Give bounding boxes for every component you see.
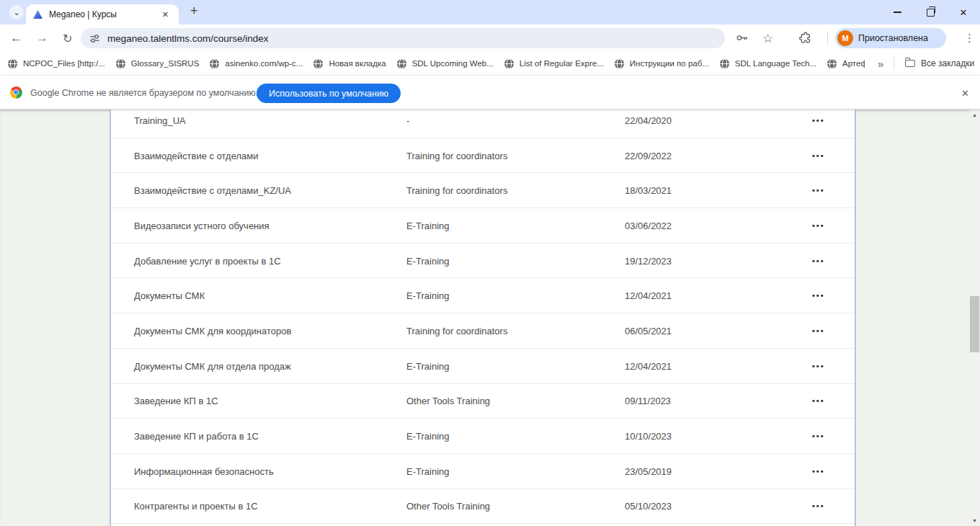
- bookmark-item[interactable]: Артефакт :: дизайн...: [827, 58, 865, 69]
- bookmark-label: asinenko.com/wp-c...: [225, 59, 303, 68]
- course-name[interactable]: Видеозаписи устного обучения: [134, 220, 270, 231]
- globe-icon: [614, 58, 625, 69]
- course-date: 23/05/2019: [625, 465, 672, 476]
- table-row: Документы СМК для координаторовTraining …: [111, 313, 855, 349]
- forward-button[interactable]: →: [36, 24, 48, 52]
- globe-icon: [115, 58, 126, 69]
- back-button[interactable]: ←: [10, 24, 22, 52]
- course-name[interactable]: Training_UA: [134, 115, 186, 125]
- row-menu-button[interactable]: •••: [812, 186, 825, 195]
- course-name[interactable]: Заведение КП и работа в 1С: [134, 431, 259, 442]
- infobar-close-icon[interactable]: ✕: [956, 76, 975, 110]
- table-row: Заведение КП в 1СOther Tools Training09/…: [111, 384, 855, 419]
- bookmark-star-icon[interactable]: ☆: [758, 24, 778, 52]
- bookmark-label: SDL Language Tech...: [735, 59, 816, 68]
- avatar: M: [837, 30, 853, 46]
- row-menu-button[interactable]: •••: [812, 396, 825, 405]
- course-date: 12/04/2021: [625, 290, 672, 301]
- globe-icon: [827, 58, 837, 69]
- course-name[interactable]: Контрагенты и проекты в 1С: [134, 501, 258, 512]
- bookmarks-bar: NCPOC_Files [http:/...Glossary_SISRUSasi…: [0, 52, 980, 75]
- url-text[interactable]: meganeo.talentlms.com/course/index: [107, 33, 269, 44]
- bookmark-item[interactable]: NCPOC_Files [http:/...: [7, 58, 105, 69]
- row-menu-button[interactable]: •••: [812, 151, 825, 160]
- chrome-menu-icon[interactable]: ⋮: [960, 24, 979, 52]
- bookmark-item[interactable]: Новая вкладка: [313, 58, 386, 69]
- bookmark-item[interactable]: Glossary_SISRUS: [115, 58, 200, 69]
- course-name[interactable]: Документы СМК для координаторов: [134, 325, 291, 336]
- bookmark-item[interactable]: asinenko.com/wp-c...: [209, 58, 303, 69]
- row-menu-button[interactable]: •••: [812, 362, 825, 370]
- bookmarks-overflow-icon[interactable]: »: [873, 52, 888, 75]
- window-controls: ✕: [881, 0, 980, 24]
- bookmark-label: Артефакт :: дизайн...: [842, 59, 865, 68]
- course-name[interactable]: Документы СМК: [134, 290, 205, 301]
- course-category: -: [406, 115, 409, 125]
- course-name[interactable]: Взаимодействие с отделами: [134, 150, 259, 161]
- globe-icon: [396, 58, 407, 69]
- row-menu-button[interactable]: •••: [812, 502, 825, 510]
- bookmark-label: Инструкции по раб...: [630, 59, 709, 68]
- bookmark-item[interactable]: List of Regular Expre...: [504, 58, 604, 69]
- course-date: 03/06/2022: [625, 220, 672, 231]
- bookmark-item[interactable]: SDL Upcoming Web...: [396, 58, 494, 69]
- site-settings-icon[interactable]: [89, 33, 100, 44]
- minimize-button[interactable]: [881, 0, 914, 24]
- bookmark-item[interactable]: Инструкции по раб...: [614, 58, 709, 69]
- row-menu-button[interactable]: •••: [812, 432, 825, 440]
- course-name[interactable]: Информационная безопасность: [134, 465, 274, 476]
- bookmark-label: NCPOC_Files [http:/...: [23, 59, 105, 68]
- course-category: Training for coordinators: [406, 185, 507, 196]
- all-bookmarks-button[interactable]: Все закладки: [905, 52, 974, 75]
- course-date: 22/09/2022: [625, 150, 672, 161]
- course-date: 05/10/2023: [625, 501, 672, 512]
- new-tab-button[interactable]: +: [186, 4, 202, 19]
- toolbar-divider: [827, 32, 828, 45]
- page-content: Training_UA-22/04/2020•••Взаимодействие …: [0, 110, 980, 526]
- row-menu-button[interactable]: •••: [812, 467, 825, 476]
- course-date: 09/11/2023: [625, 396, 671, 406]
- scroll-up-icon[interactable]: ▲: [969, 112, 980, 117]
- close-button[interactable]: ✕: [947, 0, 980, 24]
- course-date: 12/04/2021: [625, 360, 672, 371]
- scrollbar[interactable]: ▲ ▼: [969, 110, 980, 526]
- bookmark-label: Новая вкладка: [329, 59, 386, 68]
- browser-tab[interactable]: Meganeo | Курсы ✕: [26, 4, 179, 24]
- globe-icon: [209, 58, 220, 69]
- tab-close-icon[interactable]: ✕: [159, 9, 172, 21]
- row-menu-button[interactable]: •••: [812, 326, 825, 335]
- address-bar[interactable]: meganeo.talentlms.com/course/index: [81, 28, 725, 48]
- table-row: Контрагенты и проекты в 1СOther Tools Tr…: [111, 489, 855, 525]
- row-menu-button[interactable]: •••: [812, 221, 825, 230]
- folder-icon: [905, 60, 915, 67]
- profile-button[interactable]: M Приостановлена: [835, 28, 946, 48]
- browser-window: ⌄ Meganeo | Курсы ✕ + ✕ ← → ↻ meganeo.ta…: [0, 0, 980, 526]
- extensions-icon[interactable]: [798, 31, 812, 47]
- scroll-down-icon[interactable]: ▼: [969, 518, 980, 523]
- password-key-icon[interactable]: [735, 31, 749, 47]
- course-name[interactable]: Добавление услуг в проекты в 1С: [134, 255, 281, 266]
- restore-button[interactable]: [914, 0, 947, 24]
- bookmark-item[interactable]: SDL Language Tech...: [719, 58, 816, 69]
- row-menu-button[interactable]: •••: [812, 116, 825, 125]
- table-row: Взаимодействие с отделамиTraining for co…: [111, 138, 855, 174]
- course-name[interactable]: Документы СМК для отдела продаж: [134, 360, 291, 371]
- site-favicon-icon: [33, 10, 43, 19]
- row-menu-button[interactable]: •••: [812, 291, 825, 300]
- tab-search-button[interactable]: ⌄: [9, 5, 24, 19]
- scrollbar-thumb[interactable]: [970, 296, 979, 352]
- course-name[interactable]: Заведение КП в 1С: [134, 396, 218, 406]
- course-rows: Training_UA-22/04/2020•••Взаимодействие …: [111, 110, 855, 524]
- course-category: Training for coordinators: [406, 325, 507, 336]
- table-row: Взаимодействие с отделами_KZ/UATraining …: [111, 173, 855, 208]
- course-category: Other Tools Training: [406, 501, 490, 512]
- table-row: Видеозаписи устного обученияE-Training03…: [111, 208, 855, 244]
- set-default-button[interactable]: Использовать по умолчанию: [257, 84, 401, 103]
- table-row: Документы СМК для отдела продажE-Trainin…: [111, 349, 855, 384]
- browser-toolbar: ← → ↻ meganeo.talentlms.com/course/index…: [0, 24, 980, 52]
- course-category: Training for coordinators: [406, 150, 507, 161]
- reload-button[interactable]: ↻: [63, 24, 72, 52]
- course-category: E-Training: [406, 255, 449, 266]
- row-menu-button[interactable]: •••: [812, 257, 825, 265]
- course-name[interactable]: Взаимодействие с отделами_KZ/UA: [134, 185, 291, 196]
